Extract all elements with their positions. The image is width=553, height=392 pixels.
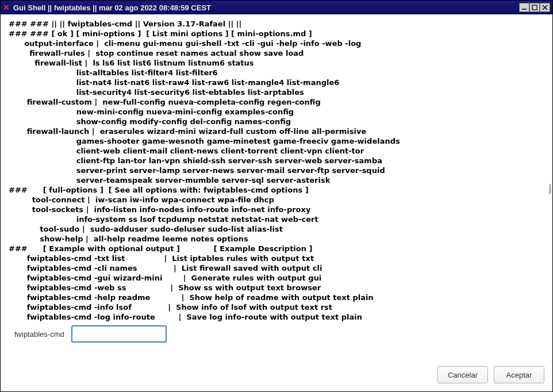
svg-rect-1 (532, 5, 537, 10)
output-text: ### ### || || fwiptables-cmd || Version … (1, 19, 552, 322)
titlebar: ✕ Gui Shell || fwiptables || mar 02 ago … (1, 1, 552, 14)
close-button[interactable] (540, 3, 550, 12)
input-label: fwiptables-cmd (14, 330, 64, 339)
app-window: ✕ Gui Shell || fwiptables || mar 02 ago … (0, 0, 553, 392)
window-title: Gui Shell || fwiptables || mar 02 ago 20… (13, 3, 519, 12)
accept-button[interactable]: Aceptar (494, 366, 544, 383)
maximize-button[interactable] (529, 3, 540, 12)
cancel-button[interactable]: Cancelar (437, 366, 488, 383)
input-row: fwiptables-cmd (1, 325, 552, 352)
button-row: Cancelar Aceptar (1, 360, 552, 391)
scrollbar-thumb[interactable] (549, 184, 551, 194)
command-input[interactable] (71, 325, 167, 343)
minimize-button[interactable] (519, 3, 529, 12)
content-area: ### ### || || fwiptables-cmd || Version … (1, 14, 552, 360)
close-icon[interactable]: ✕ (3, 3, 10, 12)
window-controls (519, 3, 550, 12)
